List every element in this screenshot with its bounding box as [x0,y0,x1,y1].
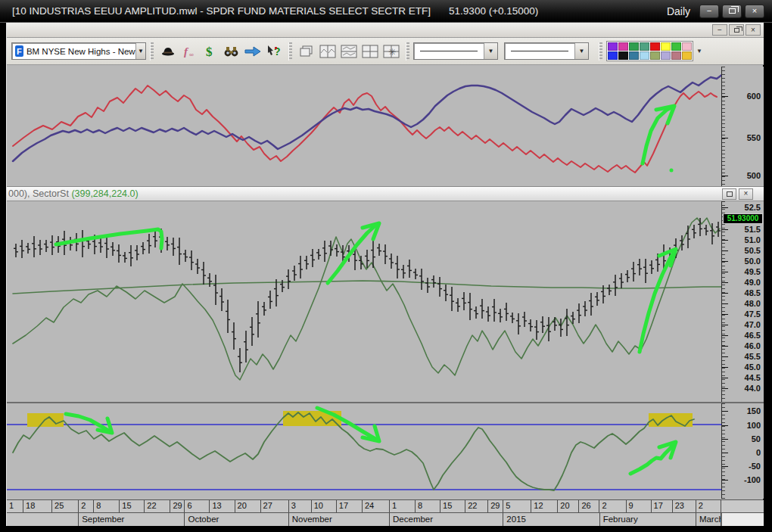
color-swatch-0-3[interactable] [640,42,649,51]
system-grid-icon: ✳ [382,44,400,59]
axis-label: 51.5 [728,225,761,234]
date-day-label: 26 [579,500,599,512]
tile-horizontal-button[interactable] [338,41,360,61]
child-close-icon: × [751,26,755,34]
toolbar-separator [599,42,602,61]
date-day-label: 15 [440,500,465,512]
date-axis-months[interactable]: SeptemberOctoberNovemberDecember2015Febr… [7,512,764,526]
toolbar-separator [288,42,292,61]
annotation-arrow-2 [328,225,376,283]
child-restore-icon [734,28,739,33]
title-bar: [10 INDUSTRIAS EEUU AMPLITUD.mwl - SPDR … [0,0,772,23]
color-swatch-1-6[interactable] [671,51,681,60]
axis-tick [722,335,728,336]
color-swatch-0-6[interactable] [671,42,681,51]
forward-button[interactable] [242,41,263,61]
symbol-combo[interactable]: F BM NYSE New Highs - New ▼ [11,42,146,60]
color-swatch-0-0[interactable] [608,42,618,51]
tile-vertical-icon [319,44,337,59]
chevron-down-icon[interactable]: ▼ [135,43,145,59]
color-swatch-1-3[interactable] [640,51,649,60]
panel-close-button[interactable]: × [739,188,753,200]
color-swatch-0-4[interactable] [650,42,660,51]
color-swatch-1-4[interactable] [650,51,660,60]
axis-tick [722,240,728,241]
date-day-label: 20 [235,500,261,512]
color-swatch-1-5[interactable] [661,51,671,60]
line-style-combo-1[interactable]: ▼ [413,42,498,60]
explore-search-button[interactable] [221,41,242,61]
date-day-label: 29 [170,500,185,512]
palette-chevron-down-icon[interactable]: ▼ [693,48,705,54]
child-restore-button[interactable] [729,24,744,36]
svg-text:∞: ∞ [189,51,194,58]
axis-tick [722,207,728,208]
date-axis-filler [721,500,764,512]
date-day-label: 22 [145,500,170,512]
price-plot[interactable] [7,201,721,402]
chevron-down-icon[interactable]: ▼ [484,43,497,59]
date-day-label: 18 [23,500,52,512]
date-day-label: 8 [94,500,120,512]
color-swatch-0-7[interactable] [682,42,692,51]
cascade-windows-button[interactable] [296,41,317,61]
system-layout-button[interactable]: ✳ [381,41,402,61]
toolbar-separator [406,42,409,61]
axis-tick [722,367,728,368]
chevron-down-icon[interactable]: ▼ [574,43,588,59]
context-help-button[interactable]: ? [263,41,285,61]
line-style-preview [414,51,484,51]
axis-tick [722,282,728,283]
date-day-label: 15 [120,500,145,512]
date-day-label: 24 [363,500,390,512]
date-day-label: 25 [52,500,79,512]
child-minimize-button[interactable]: − [712,24,727,36]
restore-button[interactable] [722,5,742,18]
axis-tick [722,261,728,262]
date-day-label: 13 [210,500,235,512]
axis-label: 600 [728,92,761,101]
axis-label: 45.0 [728,362,761,372]
axis-label: 50 [728,434,761,443]
date-day-label: 2 [599,500,626,512]
minimize-button[interactable]: − [699,5,719,18]
svg-text:$: $ [206,45,213,59]
cascade-windows-icon [298,44,315,59]
color-swatch-1-0[interactable] [608,51,618,60]
tile-vertical-button[interactable] [317,41,338,61]
quotes-button[interactable]: $ [200,41,221,61]
toolbar: F BM NYSE New Highs - New ▼ f ∞ $ [7,38,764,65]
color-swatch-0-5[interactable] [661,42,671,51]
date-axis-days[interactable]: 1182528152229613202731017241815222951220… [7,499,764,512]
comparison-plot[interactable] [7,67,721,186]
indicator-builder-button[interactable]: f ∞ [179,41,200,61]
date-month-label: November [289,513,390,526]
line-style-combo-2[interactable]: ▼ [504,42,589,60]
title-bar-right: Daily − × [667,5,772,18]
panel-restore-button[interactable] [722,188,736,200]
color-swatch-1-7[interactable] [682,51,692,60]
price-chart [7,201,721,402]
child-close-button[interactable]: × [746,24,761,36]
close-button[interactable]: × [745,5,764,18]
price-axis: 52.551.551.050.550.049.549.048.548.047.5… [721,201,764,402]
axis-tick [722,356,728,357]
oscillator-plot[interactable] [7,403,721,499]
indicator-panel-header[interactable]: 000), SectorSt (399,284,224.0) × [7,186,764,201]
tile-grid-button[interactable] [360,41,381,61]
color-swatch-0-2[interactable] [629,42,639,51]
date-day-label: 29 [488,500,503,512]
date-day-label: 27 [261,500,289,512]
axis-label: 48.5 [728,288,761,297]
indicator-value: (399,284,224.0) [71,188,138,199]
annotation-arrow-up [643,107,673,163]
comparison-chart [7,67,721,186]
color-swatch-1-1[interactable] [618,51,628,60]
date-day-label: 2 [79,500,94,512]
color-swatch-1-2[interactable] [629,51,639,60]
color-swatch-0-1[interactable] [618,42,628,51]
mdi-strip: − × [7,23,764,38]
panel-header-buttons: × [722,188,764,200]
restore-icon [727,191,733,197]
explorer-button[interactable] [157,41,179,61]
